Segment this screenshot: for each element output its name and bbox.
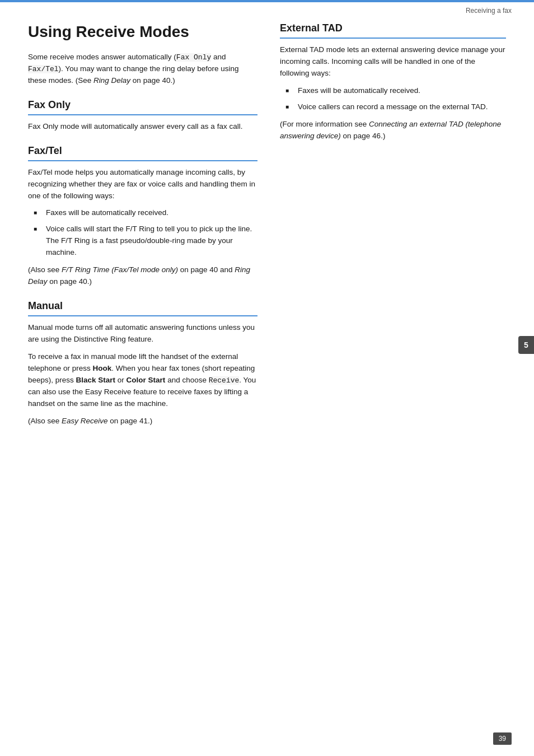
external-tad-intro: External TAD mode lets an external answe…	[280, 44, 506, 80]
fax-tel-bullets: Faxes will be automatically received. Vo…	[34, 207, 257, 259]
manual-note-end: on page 41.)	[108, 417, 153, 425]
external-tad-note: (For more information see Connecting an …	[280, 119, 506, 142]
external-tad-note-end: on page 46.)	[341, 132, 386, 140]
fax-tel-note-mid: on page 40 and	[178, 265, 235, 274]
manual-bold1: Hook	[93, 364, 112, 372]
external-tad-bullet-2: Voice callers can record a message on th…	[285, 101, 506, 113]
intro-code2: Fax/Tel	[28, 65, 59, 73]
external-tad-bullet-1: Faxes will be automatically received.	[285, 85, 506, 97]
intro-text-end: on page 40.)	[130, 76, 175, 85]
fax-tel-note-italic1: F/T Ring Time (Fax/Tel mode only)	[62, 265, 178, 274]
manual-note-italic: Easy Receive	[62, 417, 108, 425]
intro-text-between: and	[211, 53, 226, 61]
external-tad-title: External TAD	[280, 22, 506, 39]
external-tad-bullets: Faxes will be automatically received. Vo…	[285, 85, 506, 113]
intro-italic-link: Ring Delay	[93, 76, 130, 85]
header-text: Receiving a fax	[466, 7, 512, 15]
external-tad-note-prefix: (For more information see	[280, 120, 369, 128]
manual-para1: Manual mode turns off all automatic answ…	[28, 322, 257, 346]
intro-paragraph: Some receive modes answer automatically …	[28, 52, 257, 87]
right-column: External TAD External TAD mode lets an e…	[280, 22, 506, 728]
fax-tel-note-end: on page 40.)	[48, 277, 92, 286]
fax-tel-note-prefix: (Also see	[28, 265, 62, 274]
main-title: Using Receive Modes	[28, 22, 257, 41]
fax-tel-title: Fax/Tel	[28, 145, 257, 161]
intro-text-before-code1: Some receive modes answer automatically …	[28, 53, 176, 61]
content-area: Using Receive Modes Some receive modes a…	[28, 22, 506, 728]
fax-tel-bullet-2: Voice calls will start the F/T Ring to t…	[34, 223, 257, 259]
manual-para2-before-code: and choose	[165, 376, 208, 384]
chapter-tab: 5	[518, 336, 534, 354]
page-number: 39	[493, 732, 512, 745]
manual-code: Receive	[209, 376, 240, 385]
manual-note-prefix: (Also see	[28, 417, 62, 425]
fax-only-title: Fax Only	[28, 99, 257, 115]
manual-title: Manual	[28, 300, 257, 316]
manual-para2: To receive a fax in manual mode lift the…	[28, 351, 257, 410]
chapter-number: 5	[524, 340, 528, 349]
fax-only-text: Fax Only mode will automatically answer …	[28, 121, 257, 133]
top-border	[0, 0, 534, 2]
intro-code1: Fax Only	[176, 53, 211, 62]
page-header: Receiving a fax	[466, 7, 512, 15]
left-column: Using Receive Modes Some receive modes a…	[28, 22, 257, 728]
fax-tel-note: (Also see F/T Ring Time (Fax/Tel mode on…	[28, 264, 257, 288]
fax-tel-intro: Fax/Tel mode helps you automatically man…	[28, 167, 257, 202]
manual-bold2: Black Start	[76, 376, 116, 384]
fax-tel-bullet-1: Faxes will be automatically received.	[34, 207, 257, 219]
manual-para2-between: or	[115, 376, 127, 384]
manual-note: (Also see Easy Receive on page 41.)	[28, 416, 257, 427]
manual-bold3: Color Start	[127, 376, 166, 384]
